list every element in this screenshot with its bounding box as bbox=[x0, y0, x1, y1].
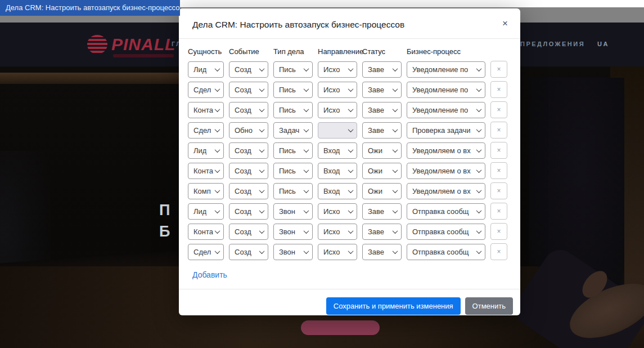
entity-select[interactable]: Лид bbox=[188, 61, 224, 78]
site-logo[interactable]: PINALL bbox=[87, 32, 175, 57]
remove-row-button[interactable]: × bbox=[490, 101, 507, 118]
status-select[interactable]: Заве bbox=[362, 102, 402, 118]
deal-type-select[interactable]: Пись bbox=[273, 163, 313, 179]
process-select[interactable]: Уведомление по bbox=[407, 82, 485, 98]
chevron-down-icon bbox=[348, 228, 354, 234]
direction-select bbox=[318, 122, 357, 139]
remove-row-button[interactable]: × bbox=[490, 243, 507, 260]
remove-row-button[interactable]: × bbox=[490, 182, 507, 199]
rule-row: Лид Созд Звон Исхо Заве Отправка сообщ × bbox=[188, 203, 511, 220]
deal-type-select[interactable]: Пись bbox=[273, 183, 313, 199]
hero-heading-partial-1: П bbox=[159, 202, 170, 219]
deal-type-select[interactable]: Пись bbox=[273, 61, 313, 78]
entity-select[interactable]: Сдел bbox=[188, 244, 224, 260]
remove-row-button[interactable]: × bbox=[490, 162, 507, 179]
chevron-down-icon bbox=[304, 208, 309, 213]
save-button[interactable]: Сохранить и применить изменения bbox=[326, 297, 461, 315]
process-select[interactable]: Отправка сообщ bbox=[407, 203, 485, 220]
deal-type-select[interactable]: Задач bbox=[273, 122, 313, 139]
status-select[interactable]: Заве bbox=[362, 82, 402, 98]
process-select[interactable]: Уведомляем о вх bbox=[407, 163, 485, 179]
chevron-down-icon bbox=[259, 228, 265, 234]
entity-select[interactable]: Конта bbox=[188, 224, 224, 240]
rule-row: Сдел Созд Пись Исхо Заве Уведомление по … bbox=[188, 81, 511, 98]
status-select[interactable]: Ожи bbox=[362, 163, 402, 179]
event-select[interactable]: Созд bbox=[229, 102, 268, 118]
entity-select[interactable]: Конта bbox=[188, 102, 224, 118]
status-select[interactable]: Ожи bbox=[362, 183, 402, 199]
chevron-down-icon bbox=[215, 188, 220, 193]
status-select[interactable]: Заве bbox=[362, 224, 402, 240]
chevron-down-icon bbox=[476, 66, 482, 72]
process-select[interactable]: Отправка сообщ bbox=[407, 224, 485, 240]
chevron-down-icon bbox=[393, 106, 398, 112]
process-select[interactable]: Уведомляем о вх bbox=[407, 142, 485, 159]
event-select[interactable]: Созд bbox=[229, 203, 268, 220]
direction-select[interactable]: Исхо bbox=[318, 102, 357, 118]
status-select[interactable]: Ожи bbox=[362, 142, 402, 159]
modal-title: Дела CRM: Настроить автозапуск бизнес-пр… bbox=[192, 20, 404, 30]
event-select[interactable]: Созд bbox=[229, 224, 268, 240]
status-select[interactable]: Заве bbox=[362, 203, 402, 220]
process-select[interactable]: Отправка сообщ bbox=[407, 244, 485, 260]
chevron-down-icon bbox=[476, 188, 482, 193]
entity-select[interactable]: Конта bbox=[188, 163, 224, 179]
direction-select[interactable]: Вход bbox=[318, 183, 357, 199]
chevron-down-icon bbox=[259, 106, 265, 112]
deal-type-select[interactable]: Пись bbox=[273, 142, 313, 159]
chevron-down-icon bbox=[348, 208, 354, 213]
chevron-down-icon bbox=[304, 188, 309, 193]
deal-type-select[interactable]: Звон bbox=[273, 224, 313, 240]
add-row-link[interactable]: Добавить bbox=[192, 270, 227, 279]
status-select[interactable]: Заве bbox=[362, 244, 402, 260]
event-select[interactable]: Созд bbox=[229, 183, 268, 199]
deal-type-select[interactable]: Звон bbox=[273, 244, 313, 260]
event-select[interactable]: Созд bbox=[229, 142, 268, 159]
photo-wood-panel bbox=[0, 73, 186, 84]
event-select[interactable]: Созд bbox=[229, 61, 268, 78]
process-select[interactable]: Уведомляем о вх bbox=[407, 183, 485, 199]
direction-select[interactable]: Исхо bbox=[318, 224, 357, 240]
deal-type-select[interactable]: Пись bbox=[273, 82, 313, 98]
chevron-down-icon bbox=[215, 228, 220, 234]
process-select[interactable]: Проверка задачи bbox=[407, 122, 485, 139]
event-select[interactable]: Созд bbox=[229, 82, 268, 98]
direction-select[interactable]: Исхо bbox=[318, 61, 357, 78]
chevron-down-icon bbox=[393, 127, 398, 132]
chevron-down-icon bbox=[215, 248, 220, 254]
direction-select[interactable]: Вход bbox=[318, 142, 357, 159]
chevron-down-icon bbox=[259, 66, 265, 72]
entity-select[interactable]: Сдел bbox=[188, 82, 224, 98]
event-select[interactable]: Созд bbox=[229, 244, 268, 260]
remove-row-button[interactable]: × bbox=[490, 142, 507, 159]
logo-text: PINALL bbox=[111, 35, 175, 54]
status-select[interactable]: Заве bbox=[362, 61, 402, 78]
entity-select[interactable]: Лид bbox=[188, 203, 224, 220]
process-select[interactable]: Уведомление по bbox=[407, 61, 485, 78]
remove-row-button[interactable]: × bbox=[490, 61, 507, 78]
deal-type-select[interactable]: Пись bbox=[273, 102, 313, 118]
remove-row-button[interactable]: × bbox=[490, 203, 507, 220]
close-icon[interactable]: × bbox=[501, 20, 509, 28]
rule-row: Конта Созд Пись Вход Ожи Уведомляем о вх… bbox=[188, 162, 511, 179]
direction-select[interactable]: Исхо bbox=[318, 82, 357, 98]
remove-row-button[interactable]: × bbox=[490, 223, 507, 240]
event-select[interactable]: Созд bbox=[229, 163, 268, 179]
status-select[interactable]: Заве bbox=[362, 122, 402, 139]
remove-row-button[interactable]: × bbox=[490, 122, 507, 139]
direction-select[interactable]: Вход bbox=[318, 163, 357, 179]
cancel-button[interactable]: Отменить bbox=[465, 297, 513, 315]
rule-row: Лид Созд Пись Исхо Заве Уведомление по × bbox=[188, 61, 511, 78]
event-select[interactable]: Обно bbox=[229, 122, 268, 139]
language-switch-ua[interactable]: UA bbox=[597, 41, 609, 47]
entity-select[interactable]: Лид bbox=[188, 142, 224, 159]
entity-select[interactable]: Сдел bbox=[188, 122, 224, 139]
direction-select[interactable]: Исхо bbox=[318, 203, 357, 220]
process-select[interactable]: Уведомление по bbox=[407, 102, 485, 118]
entity-select[interactable]: Комп bbox=[188, 183, 224, 199]
chevron-down-icon bbox=[215, 127, 220, 132]
nav-item-offers[interactable]: ПРЕДЛОЖЕНИЯ bbox=[520, 41, 585, 47]
deal-type-select[interactable]: Звон bbox=[273, 203, 313, 220]
direction-select[interactable]: Исхо bbox=[318, 244, 357, 260]
remove-row-button[interactable]: × bbox=[490, 81, 507, 98]
